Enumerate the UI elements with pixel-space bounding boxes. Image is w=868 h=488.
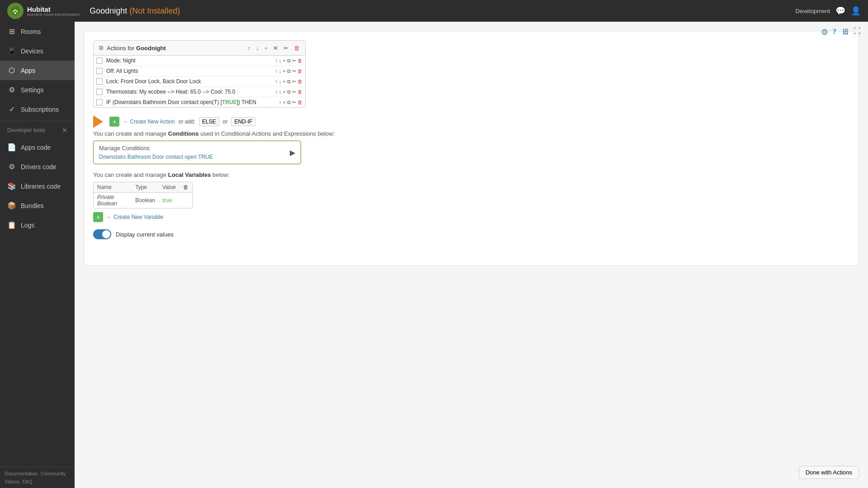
apps-icon: ⬡ (7, 66, 16, 75)
copy-icon-thermostats[interactable]: ⧉ (287, 89, 291, 95)
footer-link-videos[interactable]: Videos (5, 479, 19, 484)
apps-code-icon: 📄 (7, 143, 16, 152)
or-text: or (223, 118, 228, 125)
trash-icon-if[interactable]: 🗑 (297, 99, 302, 105)
notification-icon[interactable]: 💬 (835, 6, 845, 16)
trash-icon[interactable]: 🗑 (292, 44, 302, 52)
sidebar-item-logs[interactable]: 📋 Logs (0, 215, 75, 235)
move-up-icon[interactable]: ↑ (245, 44, 252, 52)
up-icon-thermostats[interactable]: ↑ (275, 89, 278, 95)
down-icon-lights[interactable]: ↓ (279, 68, 282, 74)
content-panel: ⧉ Actions for Goodnight ↑ ↓ + ✕ ✂ 🗑 (84, 31, 859, 266)
footer-link-community[interactable]: Community (41, 471, 66, 476)
variable-delete-btn[interactable] (179, 193, 192, 208)
arrow-indicator: + ← Create New Action or add: ELSE or EN… (93, 115, 849, 128)
add-action-button[interactable]: + (109, 117, 119, 127)
sidebar-item-subscriptions[interactable]: ✓ Subscriptions (0, 99, 75, 119)
drivers-code-icon: ⚙ (7, 162, 16, 171)
header-right: Development 💬 👤 (795, 6, 861, 16)
move-down-icon[interactable]: ↓ (254, 44, 261, 52)
action-checkbox-mode[interactable] (96, 57, 103, 64)
devices-icon: 📱 (7, 47, 16, 55)
else-button[interactable]: ELSE (199, 117, 219, 126)
up-icon-lights[interactable]: ↑ (275, 68, 278, 74)
copy-icon-lock[interactable]: ⧉ (287, 79, 291, 85)
action-checkbox-lock[interactable] (96, 78, 103, 85)
add-icon-lights[interactable]: + (283, 68, 286, 74)
copy-icon-if[interactable]: ⧉ (287, 99, 291, 105)
up-icon-lock[interactable]: ↑ (275, 79, 278, 84)
sidebar-item-settings[interactable]: ⚙ Settings (0, 80, 75, 99)
add-icon-if[interactable]: + (283, 99, 286, 105)
create-action-row: + ← Create New Action or add: ELSE or EN… (107, 115, 258, 128)
footer-link-documentation[interactable]: Documentation (5, 471, 38, 476)
content-area: ⚙ ? 🖥 ⛶ ⧉ Actions for Goodnight ↑ ↓ + ✕ (75, 22, 868, 488)
content-help-icon[interactable]: ? (833, 27, 837, 37)
actions-header-icons: ↑ ↓ + ✕ ✂ 🗑 (245, 44, 302, 52)
trash-icon-lock[interactable]: 🗑 (297, 79, 302, 84)
sidebar-label-apps: Apps (21, 67, 35, 74)
add-icon-lock[interactable]: + (283, 79, 286, 84)
up-icon-mode[interactable]: ↑ (275, 58, 278, 63)
create-new-variable-link[interactable]: ← Create New Variable (107, 214, 163, 220)
variables-col-delete: 🗑 (179, 182, 192, 193)
create-new-action-link[interactable]: ← Create New Action (123, 118, 175, 125)
add-icon[interactable]: + (262, 44, 269, 52)
display-current-toggle[interactable] (93, 229, 111, 239)
footer-link-faq[interactable]: FAQ (22, 479, 32, 484)
conditions-link[interactable]: Downstairs Bathroom Door contact open TR… (99, 154, 213, 160)
scissors-icon-mode[interactable]: ✂ (292, 58, 296, 64)
subscriptions-icon: ✓ (7, 105, 16, 114)
action-checkbox-lights[interactable] (96, 68, 103, 74)
sidebar-item-drivers-code[interactable]: ⚙ Drivers code (0, 157, 75, 176)
account-icon[interactable]: 👤 (851, 6, 861, 16)
add-icon-thermostats[interactable]: + (283, 89, 286, 95)
sidebar-item-rooms[interactable]: ⊞ Rooms (0, 22, 75, 41)
action-label-lights: Off: All Lights (104, 68, 274, 74)
sidebar-item-apps[interactable]: ⬡ Apps (0, 61, 75, 80)
end-if-button[interactable]: END-IF (231, 117, 255, 126)
trash-icon-lights[interactable]: 🗑 (297, 68, 302, 74)
scissors-icon-lock[interactable]: ✂ (292, 79, 296, 85)
variable-value[interactable]: true (159, 193, 179, 208)
sidebar-item-apps-code[interactable]: 📄 Apps code (0, 137, 75, 157)
sidebar-label-rooms: Rooms (21, 28, 41, 35)
action-checkbox-if[interactable] (96, 99, 103, 105)
action-row-lock: Lock: Front Door Lock, Back Door Lock ↑ … (94, 76, 305, 87)
logo-icon (7, 3, 24, 19)
action-checkbox-thermostats[interactable] (96, 89, 103, 95)
done-with-actions-button[interactable]: Done with Actions (799, 466, 859, 479)
copy-icon[interactable]: ⧉ (97, 43, 105, 52)
sidebar-item-devices[interactable]: 📱 Devices (0, 41, 75, 61)
trash-icon-thermostats[interactable]: 🗑 (297, 89, 302, 95)
close-developer-tools[interactable]: ✕ (62, 127, 67, 134)
down-icon-lock[interactable]: ↓ (279, 79, 282, 84)
copy-icon-lights[interactable]: ⧉ (287, 68, 291, 74)
content-monitor-icon[interactable]: 🖥 (841, 27, 849, 37)
sidebar-item-bundles[interactable]: 📦 Bundles (0, 196, 75, 215)
up-icon-if[interactable]: ↑ (279, 99, 282, 105)
sidebar-item-libraries-code[interactable]: 📚 Libraries code (0, 176, 75, 196)
add-variable-button[interactable]: + (93, 212, 103, 222)
logo-subtitle: ELEVATE YOUR ENVIRONMENT (27, 13, 80, 16)
conditions-box[interactable]: Manage Conditions Downstairs Bathroom Do… (93, 141, 301, 164)
down-icon-thermostats[interactable]: ↓ (279, 89, 282, 95)
sidebar-label-libraries-code: Libraries code (21, 183, 61, 190)
delete-icon[interactable]: ✕ (271, 44, 280, 52)
sidebar: ⊞ Rooms 📱 Devices ⬡ Apps ⚙ Settings ✓ Su… (0, 22, 75, 488)
action-row-if: IF (Downstairs Bathroom Door contact ope… (94, 97, 305, 107)
sidebar-label-apps-code: Apps code (21, 144, 51, 151)
content-expand-icon[interactable]: ⛶ (854, 27, 861, 37)
variables-col-type: Type (132, 182, 159, 193)
add-icon-mode[interactable]: + (283, 58, 286, 63)
content-settings-icon[interactable]: ⚙ (821, 27, 828, 37)
trash-icon-mode[interactable]: 🗑 (297, 58, 302, 63)
scissors-icon[interactable]: ✂ (282, 44, 290, 52)
down-icon-mode[interactable]: ↓ (279, 58, 282, 63)
scissors-icon-lights[interactable]: ✂ (292, 68, 296, 74)
scissors-icon-thermostats[interactable]: ✂ (292, 89, 296, 95)
scissors-icon-if[interactable]: ✂ (292, 99, 296, 105)
conditions-intro: You can create and manage Conditions use… (93, 130, 849, 137)
header: Hubitat ELEVATE YOUR ENVIRONMENT Goodnig… (0, 0, 868, 22)
copy-icon-mode[interactable]: ⧉ (287, 58, 291, 64)
